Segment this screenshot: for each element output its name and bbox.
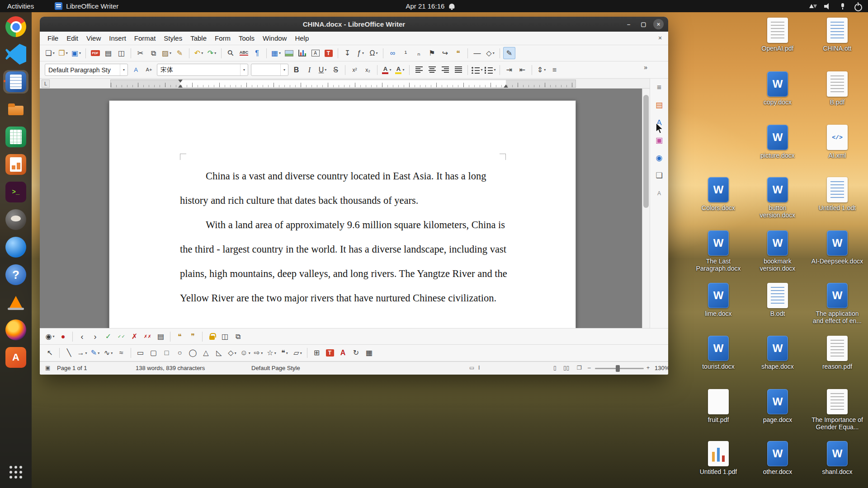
callouts-dropdown[interactable]: ▾ — [286, 351, 288, 355]
desktop-icon-ai-xml[interactable]: </>AI.xml — [810, 125, 864, 159]
right-triangle-button[interactable]: ◺ — [213, 347, 225, 359]
line-ends-arrow-dropdown[interactable]: ▾ — [85, 351, 87, 355]
paste-button[interactable]: ▨▾ — [160, 47, 173, 59]
save-dropdown[interactable]: ▾ — [79, 51, 81, 55]
print-button[interactable]: ▤ — [102, 47, 114, 59]
manage-changes-button[interactable]: ▤ — [155, 330, 167, 343]
desktop-icon-page-docx[interactable]: Wpage.docx — [750, 389, 805, 423]
new-document-dropdown[interactable]: ▾ — [53, 51, 55, 55]
desktop-icon-untitled-1-odt[interactable]: Untitled 1.odt — [810, 177, 864, 211]
desktop-icon-picture-docx[interactable]: Wpicture.docx — [750, 125, 805, 159]
symbol-shapes-dropdown[interactable]: ▾ — [249, 351, 250, 355]
page-style[interactable]: Default Page Style — [251, 365, 300, 371]
record-changes-button[interactable]: ● — [57, 330, 69, 343]
zoom-out-button[interactable]: – — [588, 365, 591, 371]
menu-styles[interactable]: Styles — [160, 33, 186, 44]
merge-document-button[interactable]: ⧉ — [232, 330, 244, 343]
insert-field-dropdown[interactable]: ▾ — [362, 51, 364, 55]
show-applications-button[interactable] — [3, 462, 28, 483]
dock-chrome[interactable] — [3, 15, 28, 38]
dock-files[interactable] — [3, 98, 28, 121]
menu-file[interactable]: File — [43, 33, 62, 44]
zoom-level[interactable]: 130% — [655, 365, 668, 371]
desktop-icon-other-docx[interactable]: Wother.docx — [750, 441, 805, 475]
open-file-button[interactable]: ❐▾ — [57, 47, 69, 59]
font-color-dropdown[interactable]: ▾ — [389, 68, 391, 72]
accept-change-button[interactable]: ✓ — [102, 330, 114, 343]
highlight-color-button[interactable]: A▾ — [394, 64, 406, 76]
insert-hyperlink-button[interactable]: ∞ — [387, 47, 399, 59]
insert-table-button[interactable]: ▦▾ — [270, 47, 282, 59]
insert-comment-track-button[interactable]: ❝ — [174, 330, 186, 343]
basic-shapes-button[interactable]: ◇▾ — [484, 47, 496, 59]
curve-dropdown[interactable]: ▾ — [111, 351, 113, 355]
decrease-indent-button[interactable]: ⇤ — [516, 64, 528, 76]
insert-field-button[interactable]: ƒ▾ — [354, 47, 367, 59]
document-page[interactable]: China is a vast and diverse country loca… — [109, 100, 576, 328]
dock-vlc[interactable] — [3, 291, 28, 314]
dock-firefox[interactable] — [3, 318, 28, 342]
align-justify-button[interactable] — [452, 64, 464, 76]
font-name-dropdown[interactable]: ▾ — [240, 64, 248, 75]
fontwork-text-button[interactable]: T — [324, 347, 336, 359]
document-paragraph[interactable]: China is a vast and diverse country loca… — [180, 164, 508, 213]
clock-menu[interactable]: Apr 21 16:16 — [406, 2, 454, 10]
insert-page-break-button[interactable]: ↧ — [341, 47, 354, 59]
close-button[interactable]: × — [653, 19, 664, 29]
line-color-button[interactable]: ✎▾ — [89, 347, 101, 359]
group-objects-button[interactable]: ⊞ — [311, 347, 323, 359]
close-document-button[interactable]: × — [656, 33, 665, 42]
desktop-icon-bookmark-version-docx[interactable]: Wbookmark version.docx — [750, 230, 805, 272]
view-book-button[interactable]: ❐ — [577, 365, 582, 371]
stars-banners-button[interactable]: ☆▾ — [265, 347, 278, 359]
dock-writer[interactable] — [3, 70, 28, 94]
save-button[interactable]: ▣▾ — [70, 47, 82, 59]
insert-chart-button[interactable] — [296, 47, 308, 59]
zoom-slider[interactable] — [595, 368, 644, 369]
next-change-button[interactable]: › — [89, 330, 101, 343]
sidebar-settings-button[interactable]: ≡ — [653, 81, 665, 94]
insert-bookmark-button[interactable]: ⚑ — [426, 47, 438, 59]
protect-changes-button[interactable] — [206, 330, 218, 343]
desktop-icon-tourist-docx[interactable]: Wtourist.docx — [691, 336, 745, 370]
show-changes-dropdown[interactable]: ▾ — [52, 334, 54, 338]
desktop-icon-colors-docx[interactable]: WColors.docx — [691, 177, 745, 211]
paragraph-style-dropdown[interactable]: ▾ — [120, 64, 127, 75]
system-status-area[interactable] — [809, 2, 862, 10]
underline-button[interactable]: U▾ — [316, 64, 329, 76]
menu-view[interactable]: View — [82, 33, 105, 44]
underline-dropdown[interactable]: ▾ — [325, 68, 326, 72]
new-style-button[interactable]: A+ — [143, 64, 155, 76]
insert-frame-button[interactable]: T — [322, 47, 335, 59]
zoom-in-button[interactable]: + — [646, 365, 650, 371]
curve-button[interactable]: ∿▾ — [102, 347, 114, 359]
position-grid-button[interactable]: ▦ — [363, 347, 375, 359]
menu-window[interactable]: Window — [259, 33, 291, 44]
subscript-button[interactable]: x₂ — [362, 64, 374, 76]
insert-text-box-button[interactable]: A — [309, 47, 321, 59]
insert-endnote-button[interactable]: ₙ — [413, 47, 425, 59]
desktop-icon-fruit-pdf[interactable]: fruit.pdf — [691, 389, 745, 423]
menu-insert[interactable]: Insert — [105, 33, 130, 44]
paragraph-spacing-button[interactable]: ≡ — [548, 64, 561, 76]
basic-shapes-draw-dropdown[interactable]: ▾ — [235, 351, 236, 355]
horizontal-ruler[interactable] — [110, 80, 576, 88]
ellipse-button[interactable]: ○ — [174, 347, 186, 359]
maximize-button[interactable]: ▢ — [638, 19, 649, 29]
unordered-list-dropdown[interactable]: ▾ — [481, 68, 482, 72]
font-size-combo[interactable]: ▾ — [251, 64, 288, 76]
insert-image-button[interactable] — [283, 47, 295, 59]
accept-all-changes-button[interactable]: ✓✓ — [115, 330, 127, 343]
line-color-dropdown[interactable]: ▾ — [98, 351, 99, 355]
previous-change-button[interactable]: ‹ — [76, 330, 88, 343]
italic-button[interactable]: I — [303, 64, 316, 76]
square-button[interactable]: □ — [160, 347, 173, 359]
update-style-button[interactable]: A — [130, 64, 142, 76]
menu-format[interactable]: Format — [130, 33, 160, 44]
undo-button[interactable]: ↶▾ — [193, 47, 205, 59]
flowchart-dropdown[interactable]: ▾ — [300, 351, 302, 355]
open-file-dropdown[interactable]: ▾ — [66, 51, 68, 55]
dock-vscode[interactable] — [3, 42, 28, 66]
rotate-button[interactable]: ↻ — [350, 347, 362, 359]
strikethrough-button[interactable]: S — [330, 64, 342, 76]
